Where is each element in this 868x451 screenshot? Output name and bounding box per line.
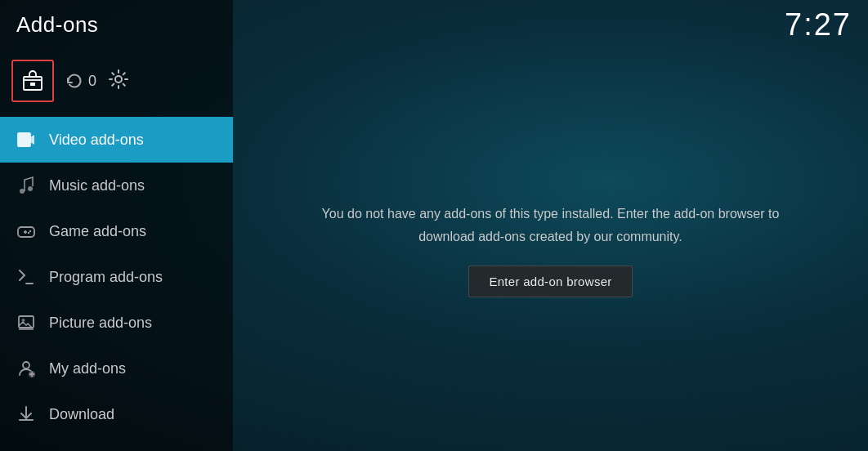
music-icon — [15, 174, 38, 197]
nav-item-label: Program add-ons — [49, 269, 163, 286]
sidebar-item-music-addons[interactable]: Music add-ons — [0, 163, 233, 208]
download-icon — [15, 403, 38, 426]
svg-point-7 — [28, 186, 33, 191]
svg-rect-1 — [30, 83, 35, 86]
game-icon — [15, 220, 38, 243]
svg-point-17 — [23, 362, 29, 368]
svg-point-11 — [29, 230, 31, 232]
settings-icon[interactable] — [108, 69, 129, 93]
clock: 7:27 — [785, 7, 852, 42]
nav-item-label: Download — [49, 406, 114, 423]
svg-point-2 — [115, 76, 122, 83]
svg-point-15 — [22, 319, 25, 322]
sidebar-item-program-addons[interactable]: Program add-ons — [0, 254, 233, 300]
update-count: 0 — [88, 73, 96, 90]
sidebar: 0 Video add-onsMusic add-onsGame add-ons… — [0, 0, 233, 451]
refresh-icon — [65, 72, 83, 90]
sidebar-item-game-addons[interactable]: Game add-ons — [0, 208, 233, 254]
video-icon — [15, 128, 38, 151]
svg-point-12 — [28, 232, 29, 234]
sidebar-item-picture-addons[interactable]: Picture add-ons — [0, 300, 233, 346]
sidebar-item-my-addons[interactable]: My add-ons — [0, 346, 233, 391]
nav-item-label: Video add-ons — [49, 132, 144, 149]
sidebar-item-video-addons[interactable]: Video add-ons — [0, 117, 233, 163]
program-icon — [15, 266, 38, 288]
main-content: You do not have any add-ons of this type… — [233, 49, 868, 451]
nav-item-label: Picture add-ons — [49, 315, 152, 332]
sidebar-item-download[interactable]: Download — [0, 391, 233, 437]
picture-icon — [15, 311, 38, 334]
nav-item-label: Game add-ons — [49, 223, 146, 240]
myaddon-icon — [15, 357, 38, 380]
nav-item-label: Music add-ons — [49, 177, 145, 194]
header: Add-ons 7:27 — [0, 0, 868, 49]
addon-package-icon[interactable] — [11, 60, 54, 102]
package-svg — [20, 69, 45, 93]
enter-addon-browser-button[interactable]: Enter add-on browser — [468, 266, 632, 297]
nav-item-label: My add-ons — [49, 360, 126, 377]
svg-rect-4 — [18, 133, 30, 146]
empty-message: You do not have any add-ons of this type… — [314, 203, 788, 247]
update-container[interactable]: 0 — [65, 72, 96, 90]
sidebar-toolbar: 0 — [0, 45, 233, 117]
svg-point-6 — [20, 189, 25, 194]
page-title: Add-ons — [16, 12, 98, 38]
nav-list: Video add-onsMusic add-onsGame add-onsPr… — [0, 117, 233, 437]
